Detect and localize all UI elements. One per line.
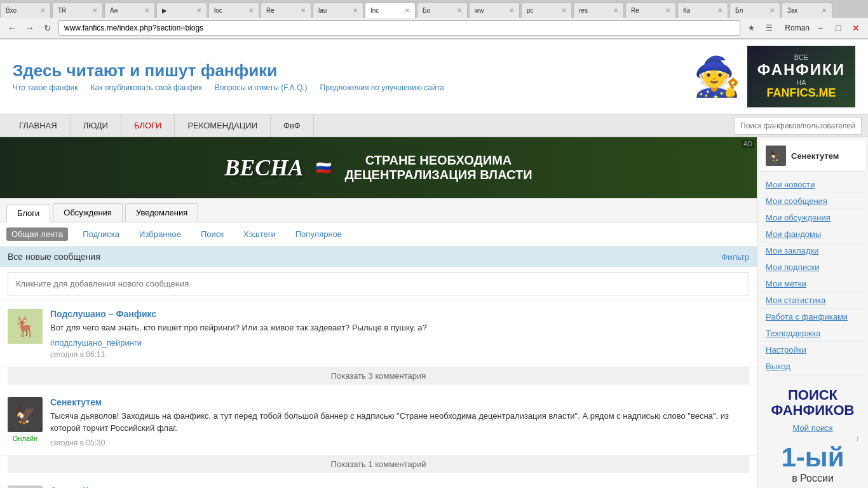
post-item-3: 👓 Анетта Краузе У фанфика "Закоулками со… (0, 478, 757, 489)
nav-item-people[interactable]: ЛЮДИ (71, 114, 121, 137)
close-button[interactable]: ✕ (849, 21, 863, 35)
sidebar-support[interactable]: Техподдержка (761, 325, 865, 342)
logo-line2: ФАНФИКИ (757, 61, 845, 79)
sidebar-my-fandoms[interactable]: Мои фандомы (761, 226, 865, 243)
site-logo: ВСЕ ФАНФИКИ НА FANFICS.ME (747, 46, 855, 107)
browser-tab-tab-zak[interactable]: Зак✕ (782, 3, 832, 18)
browser-tab-tab-tr[interactable]: TR✕ (52, 3, 103, 18)
sub-tabs: Общая лента Подписка Избранное Поиск Хэш… (0, 222, 757, 247)
browser-tab-tab-re2[interactable]: Re✕ (625, 3, 676, 18)
sidebar-ad-link[interactable]: Мой поиск (767, 423, 858, 433)
browser-tab-tab-bl[interactable]: Бл✕ (729, 3, 780, 18)
sub-tab-favorites[interactable]: Избранное (134, 227, 186, 241)
browser-toolbar: ← → ↻ ★ ☰ Roman − □ ✕ (0, 18, 868, 39)
blog-tab-blogs[interactable]: Блоги (6, 204, 50, 222)
sidebar-work-with-fanfics[interactable]: Работа с фанфиками (761, 309, 865, 325)
nav-item-fvf[interactable]: ФвФ (271, 114, 314, 137)
minimize-button[interactable]: − (813, 21, 827, 35)
sub-tab-popular[interactable]: Популярное (290, 227, 347, 241)
browser-tab-tab-lau[interactable]: lau✕ (313, 3, 363, 18)
sidebar-my-discussions[interactable]: Мои обсуждения (761, 210, 865, 226)
online-badge: Онлайн (13, 435, 37, 442)
sidebar-ad-title: ПОИСКФАНФИКОВ (767, 388, 858, 418)
subtitle-link-1[interactable]: Что такое фанфик (13, 83, 78, 92)
post-avatar-2: 🦅 (8, 397, 43, 432)
browser-tab-tab-play[interactable]: ▶✕ (156, 3, 207, 18)
sidebar-my-news[interactable]: Мои новости (761, 177, 865, 193)
sub-tab-hashtags[interactable]: Хэштеги (238, 227, 281, 241)
post-text-1: Вот для чего вам знать, кто пишет про пе… (50, 322, 749, 334)
post-body-3: Анетта Краузе У фанфика "Закоулками со с… (50, 485, 749, 489)
nav-item-recommendations[interactable]: РЕКОМЕНДАЦИИ (175, 114, 271, 137)
post-comments-2[interactable]: Показать 1 комментарий (8, 456, 749, 473)
post-comments-1[interactable]: Показать 3 комментария (8, 367, 749, 384)
content-area: AD ВЕСНА 🇷🇺 СТРАНЕ НЕОБХОДИМА ДЕЦЕНТРАЛИ… (0, 137, 868, 488)
sidebar-avatar-icon: 🦅 (770, 150, 782, 162)
section-header: Все новые сообщения Фильтр (0, 247, 757, 267)
sidebar-settings[interactable]: Настройки (761, 342, 865, 358)
banner-ad: AD ВЕСНА 🇷🇺 СТРАНЕ НЕОБХОДИМА ДЕЦЕНТРАЛИ… (0, 137, 757, 198)
sidebar-menu: Мои новости Мои сообщения Мои обсуждения… (761, 177, 865, 375)
maximize-button[interactable]: □ (831, 21, 845, 35)
sidebar-my-subscriptions[interactable]: Мои подписки (761, 259, 865, 276)
browser-tab-tab-re1[interactable]: Re✕ (261, 3, 311, 18)
sidebar-my-bookmarks[interactable]: Мои закладки (761, 243, 865, 259)
subtitle-link-2[interactable]: Как опубликовать свой фанфик (90, 83, 201, 92)
new-post-input[interactable] (8, 272, 749, 295)
banner-line2: ДЕЦЕНТРАЛИЗАЦИЯ ВЛАСТИ (344, 168, 532, 182)
avatar-deer-icon: 🦌 (13, 315, 37, 337)
bookmark-button[interactable]: ★ (744, 21, 758, 35)
post-author-1[interactable]: Подслушано – Фанфикс (50, 309, 749, 319)
nav-item-blogs[interactable]: БЛОГИ (121, 114, 175, 137)
nav-items: ГЛАВНАЯ ЛЮДИ БЛОГИ РЕКОМЕНДАЦИИ ФвФ (6, 114, 314, 137)
sub-tab-feed[interactable]: Общая лента (6, 227, 68, 241)
wizard-icon: 🧙 (693, 54, 741, 99)
main-nav: ГЛАВНАЯ ЛЮДИ БЛОГИ РЕКОМЕНДАЦИИ ФвФ (0, 114, 868, 137)
settings-button[interactable]: ☰ (762, 21, 776, 35)
sidebar-avatar: 🦅 (766, 146, 786, 166)
header-right: 🧙 ВСЕ ФАНФИКИ НА FANFICS.ME (693, 46, 855, 107)
browser-tab-tab-bo[interactable]: Бо✕ (417, 3, 468, 18)
page-wrapper: Здесь читают и пишут фанфики Что такое ф… (0, 39, 868, 488)
forward-button[interactable]: → (23, 21, 37, 35)
nav-item-home[interactable]: ГЛАВНАЯ (6, 114, 71, 137)
browser-tab-tab-res[interactable]: res✕ (573, 3, 624, 18)
site-title-area: Здесь читают и пишут фанфики Что такое ф… (13, 61, 444, 92)
post-body-2: Сенектутем Тысяча дьяволов! Заходишь на … (50, 397, 749, 447)
sub-tab-search[interactable]: Поиск (196, 227, 229, 241)
sub-tab-subscriptions[interactable]: Подписка (78, 227, 125, 241)
subtitle-link-4[interactable]: Предложения по улучшению сайта (320, 83, 444, 92)
subtitle-link-3[interactable]: Вопросы и ответы (F.A.Q.) (215, 83, 308, 92)
browser-tab-tab-loc[interactable]: loc✕ (208, 3, 259, 18)
browser-tab-tab-ka[interactable]: Ка✕ (677, 3, 728, 18)
back-button[interactable]: ← (5, 21, 19, 35)
blog-tab-notifications[interactable]: Уведомления (125, 203, 198, 222)
post-author-2[interactable]: Сенектутем (50, 397, 749, 407)
post-avatar-3: 👓 (8, 485, 43, 489)
nav-search (735, 117, 862, 135)
sidebar-logout[interactable]: Выход (761, 358, 865, 375)
post-tag-1[interactable]: #подслушано_пейринги (50, 338, 749, 348)
site-title: Здесь читают и пишут фанфики (13, 61, 444, 81)
search-input[interactable] (735, 117, 862, 135)
post-body-1: Подслушано – Фанфикс Вот для чего вам зн… (50, 309, 749, 359)
site-header: Здесь читают и пишут фанфики Что такое ф… (0, 39, 868, 114)
browser-tab-tab-an[interactable]: Ан✕ (104, 3, 155, 18)
browser-tab-tab-mail[interactable]: Вхо✕ (0, 3, 51, 18)
browser-user-label: Roman (785, 24, 810, 32)
filter-link[interactable]: Фильтр (721, 252, 749, 262)
browser-tab-tab-ww[interactable]: ww✕ (469, 3, 520, 18)
sidebar-my-tags[interactable]: Мои метки (761, 276, 865, 292)
post-item-1: 🦌 Подслушано – Фанфикс Вот для чего вам … (0, 301, 757, 367)
sidebar-my-messages[interactable]: Мои сообщения (761, 193, 865, 210)
blog-tab-discussions[interactable]: Обсуждения (53, 203, 123, 222)
address-bar[interactable] (58, 20, 740, 36)
sidebar-ad: ПОИСКФАНФИКОВ Мой поиск i 1-ый в России (761, 381, 865, 488)
browser-tab-tab-inc[interactable]: Inc✕ (365, 3, 416, 18)
sidebar-my-stats[interactable]: Моя статистика (761, 292, 865, 309)
post-avatar-1: 🦌 (8, 309, 43, 344)
browser-tab-tab-rs[interactable]: рс✕ (521, 3, 572, 18)
sidebar-username: Сенектутем (791, 151, 839, 161)
post-author-3[interactable]: Анетта Краузе (50, 485, 749, 489)
refresh-button[interactable]: ↻ (41, 21, 55, 35)
